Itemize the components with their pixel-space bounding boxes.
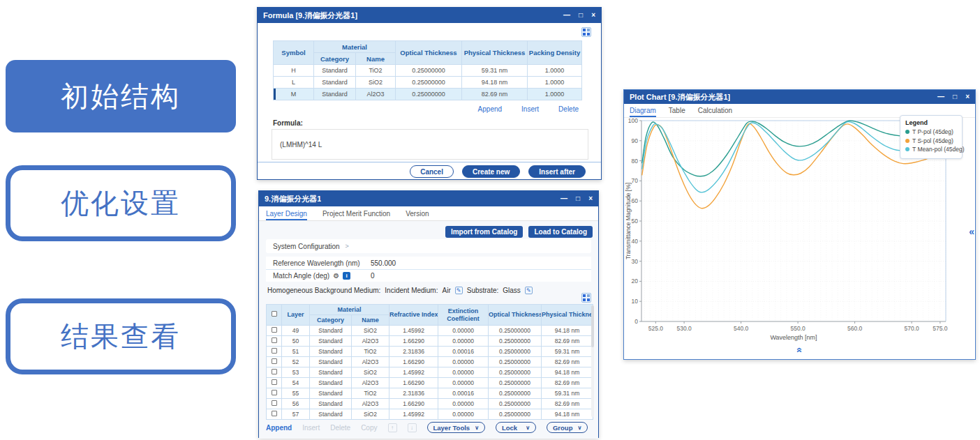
- table-settings-icon[interactable]: [581, 27, 591, 37]
- edit-icon[interactable]: ✎: [455, 287, 463, 294]
- row-checkbox-cell[interactable]: [267, 326, 282, 336]
- col-material[interactable]: Material: [314, 41, 396, 53]
- formula-window-titlebar[interactable]: Formula [9.消偏振分光器1] — □ ×: [258, 8, 601, 23]
- col-packing-density[interactable]: Packing Density: [528, 41, 582, 65]
- row-checkbox-cell[interactable]: [267, 409, 282, 420]
- row-checkbox[interactable]: [272, 379, 277, 385]
- select-all-checkbox-cell[interactable]: [267, 305, 282, 326]
- maximize-icon[interactable]: □: [576, 195, 580, 202]
- layer-table-row[interactable]: 55StandardTiO22.318360.000160.2500000059…: [267, 388, 593, 399]
- plot-window-titlebar[interactable]: Plot Chart [9.消偏振分光器1] — □ ×: [624, 90, 975, 104]
- insert-button[interactable]: Insert: [302, 424, 320, 432]
- delete-button[interactable]: Delete: [330, 424, 350, 432]
- col-physical-thickness[interactable]: Physical Thickness: [542, 305, 593, 326]
- edit-icon[interactable]: ✎: [525, 287, 533, 294]
- minimize-icon[interactable]: —: [563, 12, 570, 19]
- match-angle-value[interactable]: 0: [362, 272, 375, 280]
- layer-table-row[interactable]: 49StandardSiO21.459920.000000.2500000094…: [267, 326, 593, 336]
- legend-item[interactable]: T P-pol (45deg): [905, 128, 957, 135]
- row-checkbox-cell[interactable]: [267, 347, 282, 357]
- lock-dropdown[interactable]: Lock ∨: [496, 422, 536, 433]
- close-icon[interactable]: ×: [965, 93, 970, 100]
- svg-text:80: 80: [632, 158, 639, 165]
- tab-version[interactable]: Version: [406, 206, 429, 220]
- layer-table-row[interactable]: 57StandardSiO21.459920.000000.2500000094…: [267, 409, 593, 420]
- row-checkbox[interactable]: [272, 358, 277, 364]
- row-checkbox[interactable]: [272, 411, 277, 416]
- tab-project-merit-function[interactable]: Project Merit Function: [322, 206, 390, 220]
- minimize-icon[interactable]: —: [560, 195, 567, 202]
- design-window-titlebar[interactable]: 9.消偏振分光器1 — □ ×: [259, 191, 598, 206]
- append-button[interactable]: Append: [266, 424, 292, 432]
- delete-link[interactable]: Delete: [558, 105, 579, 113]
- layer-table-row[interactable]: 53StandardSiO21.459920.000000.2500000094…: [267, 367, 593, 378]
- collapse-bottom-icon[interactable]: «: [795, 347, 805, 353]
- formula-table-row[interactable]: LStandardSiO20.2500000094.18 nm1.0000: [274, 77, 582, 89]
- move-down-button[interactable]: ↓: [408, 423, 417, 432]
- row-checkbox[interactable]: [272, 390, 277, 395]
- create-new-button[interactable]: Create new: [462, 165, 520, 178]
- col-layer[interactable]: Layer: [282, 305, 310, 326]
- formula-input[interactable]: (LMHM)^14 L: [272, 129, 588, 160]
- row-checkbox[interactable]: [272, 348, 277, 354]
- layer-table-row[interactable]: 51StandardTiO22.318360.000160.2500000059…: [267, 347, 593, 357]
- formula-table-row[interactable]: HStandardTiO20.2500000059.31 nm1.0000: [274, 65, 582, 77]
- row-checkbox[interactable]: [272, 337, 277, 343]
- row-checkbox-cell[interactable]: [267, 378, 282, 388]
- menu-table[interactable]: Table: [669, 104, 685, 117]
- col-name[interactable]: Name: [356, 53, 396, 65]
- collapse-panel-icon[interactable]: «: [969, 227, 974, 236]
- move-up-button[interactable]: ↑: [388, 423, 397, 432]
- import-from-catalog-button[interactable]: Import from Catalog: [445, 226, 524, 238]
- col-physical-thickness[interactable]: Physical Thickness: [462, 41, 528, 65]
- table-scrollbar[interactable]: [591, 305, 594, 417]
- maximize-icon[interactable]: □: [953, 93, 957, 100]
- maximize-icon[interactable]: □: [579, 12, 583, 19]
- row-checkbox[interactable]: [272, 327, 277, 333]
- insert-after-button[interactable]: Insert after: [528, 165, 586, 178]
- group-dropdown[interactable]: Group ∨: [547, 422, 588, 433]
- row-checkbox-cell[interactable]: [267, 336, 282, 347]
- col-category[interactable]: Category: [314, 53, 356, 65]
- col-category[interactable]: Category: [310, 315, 352, 326]
- menu-diagram[interactable]: Diagram: [630, 104, 656, 117]
- formula-table-row[interactable]: MStandardAl2O30.2500000082.69 nm1.0000: [274, 89, 582, 100]
- cancel-button[interactable]: Cancel: [410, 165, 454, 178]
- menu-calculation[interactable]: Calculation: [698, 104, 732, 117]
- row-checkbox[interactable]: [272, 400, 277, 406]
- append-link[interactable]: Append: [478, 105, 502, 113]
- col-name[interactable]: Name: [352, 315, 389, 326]
- col-extinction-coefficient[interactable]: Extinction Coefficient: [438, 305, 489, 326]
- incident-medium-label: Incident Medium:: [385, 287, 438, 294]
- col-optical-thickness[interactable]: Optical Thickness: [489, 305, 542, 326]
- layer-table-row[interactable]: 56StandardAl2O31.662900.000000.250000008…: [267, 399, 593, 409]
- col-refractive-index[interactable]: Refractive Index: [389, 305, 438, 326]
- close-icon[interactable]: ×: [591, 12, 595, 19]
- layer-table-row[interactable]: 50StandardAl2O31.662900.000000.250000008…: [267, 336, 593, 347]
- row-checkbox-cell[interactable]: [267, 367, 282, 378]
- col-material[interactable]: Material: [310, 305, 389, 315]
- layer-tools-dropdown[interactable]: Layer Tools ∨: [427, 422, 485, 433]
- reference-wavelength-value[interactable]: 550.000: [362, 259, 396, 267]
- copy-button[interactable]: Copy: [361, 424, 377, 432]
- col-optical-thickness[interactable]: Optical Thickness: [396, 41, 462, 65]
- gear-icon[interactable]: ⚙: [333, 272, 339, 280]
- select-all-checkbox[interactable]: [272, 311, 277, 317]
- col-symbol[interactable]: Symbol: [274, 41, 314, 65]
- info-icon[interactable]: i: [343, 272, 350, 280]
- close-icon[interactable]: ×: [588, 195, 593, 202]
- table-settings-icon[interactable]: [581, 293, 591, 303]
- layer-table-row[interactable]: 54StandardAl2O31.662900.000000.250000008…: [267, 378, 593, 388]
- legend-item[interactable]: T S-pol (45deg): [905, 137, 957, 144]
- layer-table-row[interactable]: 52StandardAl2O31.662900.000000.250000008…: [267, 357, 593, 367]
- system-configuration-bar[interactable]: System Configuration >: [266, 239, 591, 253]
- load-to-catalog-button[interactable]: Load to Catalog: [528, 226, 593, 238]
- row-checkbox-cell[interactable]: [267, 399, 282, 409]
- tab-layer-design[interactable]: Layer Design: [266, 206, 307, 220]
- insert-link[interactable]: Insert: [521, 105, 539, 113]
- row-checkbox-cell[interactable]: [267, 388, 282, 399]
- row-checkbox[interactable]: [272, 369, 277, 374]
- legend-item[interactable]: T Mean-pol (45deg): [905, 146, 957, 153]
- minimize-icon[interactable]: —: [937, 93, 944, 100]
- row-checkbox-cell[interactable]: [267, 357, 282, 367]
